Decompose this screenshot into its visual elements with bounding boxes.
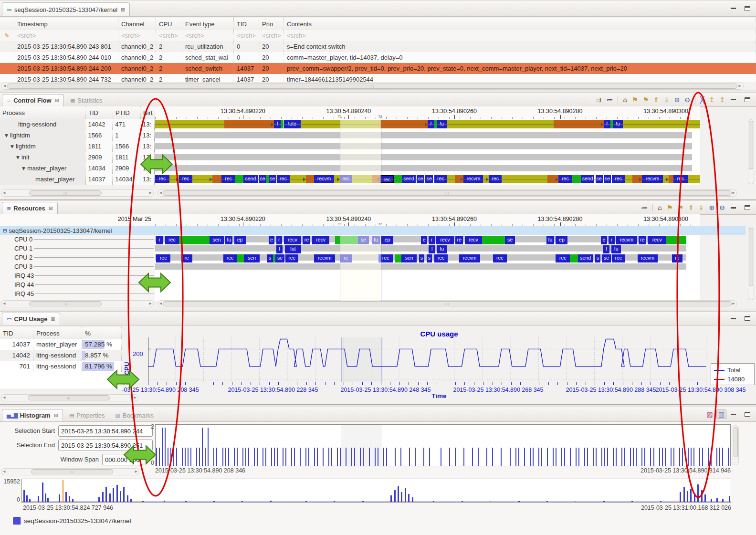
timeline-row[interactable]: recrecrecsendseserecrecvmrecrecsendseser…: [155, 174, 700, 185]
state-segment[interactable]: recv: [436, 236, 454, 244]
maximize-button[interactable]: [743, 204, 752, 211]
timeline-row[interactable]: [155, 262, 700, 271]
state-segment[interactable]: rec: [285, 254, 298, 262]
zoom-in-icon[interactable]: ⊕: [673, 95, 682, 104]
scroll-thumb[interactable]: [749, 228, 753, 286]
tab-statistics[interactable]: ▦ Statistics: [66, 94, 106, 106]
home-icon[interactable]: ⌂: [621, 95, 629, 104]
state-segment[interactable]: s: [427, 254, 432, 262]
state-segment[interactable]: rec: [612, 254, 625, 262]
state-segment[interactable]: re: [639, 236, 646, 244]
prev-marker-icon[interactable]: ⚑: [665, 203, 674, 212]
table-row[interactable]: 2015-03-25 13:30:54.890 244 010channel0_…: [0, 52, 756, 63]
table-row[interactable]: 2015-03-25 13:30:54.890 244 732channel0_…: [0, 74, 756, 82]
timeline-row[interactable]: [155, 141, 700, 152]
state-segment[interactable]: fu: [546, 236, 554, 244]
next-marker-icon[interactable]: ⚑: [676, 203, 685, 212]
expand-arrow-icon[interactable]: ▼: [16, 155, 20, 160]
expand-arrow-icon[interactable]: ▼: [5, 133, 8, 138]
state-segment[interactable]: rec: [223, 254, 237, 262]
cpu-table-header[interactable]: TIDProcess%: [0, 327, 122, 339]
resource-row-label[interactable]: CPU 1: [0, 244, 155, 253]
tab-resources[interactable]: ≡ Resources ⊠: [2, 202, 58, 214]
scroll-thumb[interactable]: |||: [31, 469, 113, 474]
control-flow-time-ruler[interactable]: 13:30:54.89022013:30:54.89024013:30:54.8…: [155, 106, 700, 119]
trace-root-row[interactable]: ⊟ seqSession-20150325-133047/kernel: [0, 226, 746, 235]
zoom-out-icon[interactable]: ⊖: [683, 95, 692, 104]
state-segment[interactable]: f: [276, 245, 283, 253]
state-segment[interactable]: rec: [434, 254, 448, 262]
home-icon[interactable]: ⌂: [656, 203, 663, 212]
tab-bookmarks[interactable]: ▥ Bookmarks: [111, 409, 158, 421]
minimize-button[interactable]: [728, 5, 738, 12]
selection-range[interactable]: [340, 119, 381, 185]
state-segment[interactable]: recv: [465, 236, 483, 244]
window-histogram[interactable]: [155, 424, 731, 466]
minimize-button[interactable]: [728, 410, 738, 418]
filter-cell[interactable]: <srch>: [14, 30, 118, 41]
state-segment[interactable]: ep: [556, 236, 567, 244]
process-tree-header[interactable]: ProcessTIDPTIDBirt: [0, 106, 155, 119]
column-header[interactable]: Timestamp: [14, 18, 118, 30]
state-segment[interactable]: rec: [165, 236, 179, 244]
collapse-icon[interactable]: ⊟: [3, 228, 7, 233]
state-segment[interactable]: rec: [556, 254, 570, 262]
resource-row-label[interactable]: CPU 3: [0, 262, 155, 271]
resource-row-label[interactable]: IRQ 45: [0, 289, 155, 298]
process-tree-row[interactable]: ▼init2909181113:: [0, 152, 155, 163]
state-segment[interactable]: ep: [381, 236, 393, 244]
process-tree-row[interactable]: lttng-sessiond1404247113:: [0, 119, 155, 130]
resources-vscrollbar[interactable]: [748, 227, 754, 300]
resources-hscrollbar-left[interactable]: ◀▶ |||: [1, 300, 154, 307]
tab-cpu-usage[interactable]: ▭ CPU Usage ⊠: [2, 313, 60, 325]
state-segment[interactable]: r: [609, 236, 615, 244]
state-segment[interactable]: s: [419, 254, 424, 262]
column-header[interactable]: Prio: [259, 18, 284, 30]
state-segment[interactable]: e: [601, 236, 607, 244]
hide-lost-events-icon[interactable]: ▨: [705, 410, 714, 419]
tree-hscrollbar[interactable]: ◀▶ |||: [1, 189, 154, 197]
resource-row-label[interactable]: IRQ 43: [0, 271, 155, 280]
filter-row[interactable]: ✎<srch><srch><srch><srch><srch><srch><sr…: [0, 30, 756, 41]
zoom-out-icon[interactable]: ⊖: [718, 203, 726, 212]
state-segment[interactable]: fu: [225, 236, 232, 244]
show-filters-icon[interactable]: ≔: [640, 203, 649, 212]
timeline-row[interactable]: rrecsenfueperrecvrerecvsefueperrecvrerec…: [155, 235, 700, 244]
state-segment[interactable]: f: [603, 245, 610, 253]
state-segment[interactable]: se: [505, 236, 515, 244]
window-span-input[interactable]: 000.000 106: [102, 454, 143, 465]
column-header[interactable]: Contents: [284, 18, 756, 30]
prev-marker-icon[interactable]: ⚑: [630, 95, 640, 104]
process-tree-row[interactable]: ▼lightdm1811156613:: [0, 141, 155, 152]
tree-column-header[interactable]: Process: [0, 106, 86, 119]
timeline-row[interactable]: [155, 289, 700, 298]
state-segment[interactable]: r: [429, 236, 435, 244]
scroll-thumb[interactable]: |||: [7, 84, 737, 89]
state-segment[interactable]: recv: [312, 236, 330, 244]
state-segment[interactable]: r: [156, 236, 163, 244]
trace-coloring-icon[interactable]: ▥: [716, 409, 726, 419]
state-segment[interactable]: fu: [611, 245, 621, 253]
timeline-row[interactable]: [155, 271, 700, 280]
timeline-row[interactable]: [155, 280, 700, 289]
minimize-button[interactable]: [728, 315, 738, 322]
resource-row-label[interactable]: CPU 2: [0, 253, 155, 262]
events-hscrollbar[interactable]: ◀▶ |||: [1, 83, 744, 90]
state-segment[interactable]: send: [578, 254, 593, 262]
table-row[interactable]: 2015-03-25 13:30:54.890 243 801channel0_…: [0, 41, 756, 52]
column-header[interactable]: Process: [33, 327, 82, 339]
timeline-row[interactable]: [155, 152, 700, 163]
state-segment[interactable]: [666, 236, 686, 244]
timeline-row[interactable]: recrerecsensserecrecvmrerecsenssrecrecvm…: [155, 253, 700, 262]
selection-start-input[interactable]: 2015-03-25 13:30:54.890 244: [58, 425, 153, 437]
state-segment[interactable]: fu: [437, 245, 447, 253]
resources-time-ruler[interactable]: 13:30:54.89022013:30:54.89024013:30:54.8…: [155, 214, 700, 227]
events-header-row[interactable]: TimestampChannelCPUEvent typeTIDPrioCont…: [0, 18, 756, 31]
state-segment[interactable]: re: [455, 236, 463, 244]
up-icon[interactable]: ⇑: [687, 203, 695, 212]
process-tree-row[interactable]: master_player140371403413:: [0, 174, 155, 185]
tree-column-header[interactable]: TID: [86, 106, 113, 119]
state-segment[interactable]: [570, 254, 578, 262]
scroll-thumb[interactable]: |||: [29, 190, 102, 196]
selection-end-input[interactable]: 2015-03-25 13:30:54.890 251: [58, 440, 153, 451]
